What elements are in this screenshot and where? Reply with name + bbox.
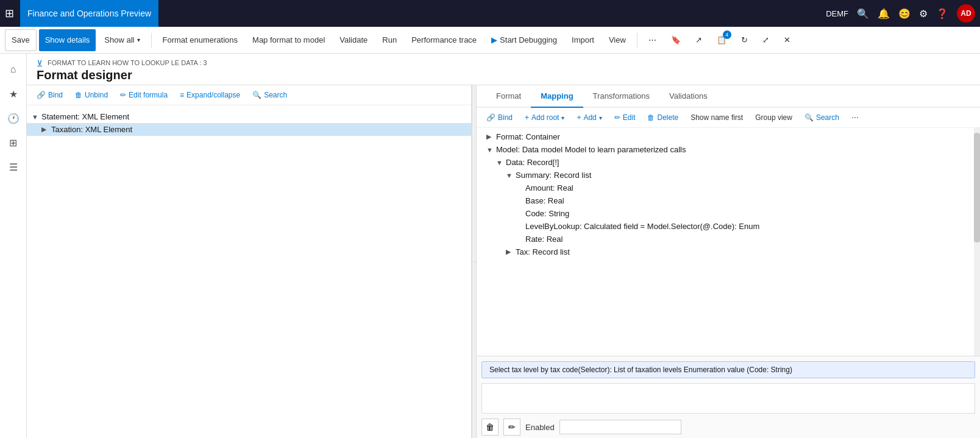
nav-star-icon[interactable]: ★ <box>2 83 24 105</box>
tab-format[interactable]: Format <box>486 85 531 108</box>
edit-button[interactable]: ✏ Edit <box>609 111 641 124</box>
breadcrumb: FORMAT TO LEARN HOW TO LOOKUP LE DATA : … <box>48 59 207 66</box>
formula-edit-area[interactable] <box>481 383 975 414</box>
scrollbar[interactable] <box>974 128 980 356</box>
mapping-item-code[interactable]: Code: String <box>477 207 980 220</box>
mapping-item-summary[interactable]: ▼ Summary: Record list <box>477 169 980 182</box>
avatar[interactable]: AD <box>957 4 975 23</box>
run-button[interactable]: Run <box>376 29 403 51</box>
separator-1 <box>151 33 152 48</box>
scrollbar-thumb[interactable] <box>974 133 980 242</box>
mapping-more-button[interactable]: ⋯ <box>847 111 864 124</box>
tree-item-statement[interactable]: ▼ Statement: XML Element <box>27 110 471 123</box>
right-panel: Format Mapping Transformations Validatio… <box>477 85 980 438</box>
tree-item-taxation[interactable]: ▶ Taxation: XML Element <box>27 123 471 136</box>
tenant-label: DEMF <box>826 9 848 18</box>
page-title: Format designer <box>37 68 970 82</box>
mapping-item-data[interactable]: ▼ Data: Record[!] <box>477 156 980 169</box>
bell-icon[interactable]: 🔔 <box>878 8 890 19</box>
add-root-button[interactable]: + Add root ▾ <box>520 111 569 124</box>
save-button[interactable]: Save <box>5 29 37 51</box>
import-button[interactable]: Import <box>566 29 600 51</box>
main-content: ⊻ FORMAT TO LEARN HOW TO LOOKUP LE DATA … <box>27 54 980 438</box>
tab-mapping[interactable]: Mapping <box>531 85 583 108</box>
chevron-down-icon: ▼ <box>506 172 516 179</box>
mapping-toolbar: 🔗 Bind + Add root ▾ + Add ▾ ✏ <box>477 108 980 128</box>
separator-2 <box>637 33 637 48</box>
page-layout: ⌂ ★ 🕐 ⊞ ☰ ⊻ FORMAT TO LEARN HOW TO LOOKU… <box>0 54 980 438</box>
gear-icon[interactable]: ⚙ <box>919 8 928 19</box>
selected-formula: Select tax level by tax code(Selector): … <box>481 361 975 378</box>
mapping-bind-button[interactable]: 🔗 Bind <box>481 111 517 124</box>
tab-transformations[interactable]: Transformations <box>583 85 659 108</box>
main-toolbar: Save Show details Show all ▾ Format enum… <box>0 27 980 54</box>
mapping-item-format[interactable]: ▶ Format: Container <box>477 130 980 143</box>
tabs-row: Format Mapping Transformations Validatio… <box>477 85 980 108</box>
delete-button[interactable]: 🗑 Delete <box>642 111 683 124</box>
bookmark-button[interactable]: 🔖 <box>665 29 687 51</box>
badge-button[interactable]: 📋 4 <box>711 29 733 51</box>
enabled-label: Enabled <box>525 423 555 432</box>
debug-button[interactable]: ▶ Start Debugging <box>485 29 563 51</box>
chevron-down-icon: ▼ <box>496 159 506 166</box>
mapping-item-amount[interactable]: Amount: Real <box>477 182 980 194</box>
mapping-item-rate[interactable]: Rate: Real <box>477 233 980 245</box>
nav-home-icon[interactable]: ⌂ <box>2 58 24 80</box>
show-all-button[interactable]: Show all ▾ <box>98 29 146 51</box>
edit-formula-button[interactable]: ✏ Edit formula <box>115 89 172 101</box>
apps-icon[interactable]: ⊞ <box>5 7 14 20</box>
view-button[interactable]: View <box>603 29 632 51</box>
link-icon: 🔗 <box>37 91 46 99</box>
face-icon[interactable]: 😊 <box>898 8 911 19</box>
expand-collapse-button[interactable]: ≡ Expand/collapse <box>175 89 245 101</box>
map-format-button[interactable]: Map format to model <box>246 29 331 51</box>
performance-button[interactable]: Performance trace <box>405 29 483 51</box>
top-right-icons: DEMF 🔍 🔔 😊 ⚙ ❓ AD <box>826 4 975 23</box>
close-button[interactable]: ✕ <box>778 29 797 51</box>
plus-icon: + <box>577 113 581 122</box>
format-tree: ▼ Statement: XML Element ▶ Taxation: XML… <box>27 105 471 438</box>
enabled-input[interactable] <box>559 420 681 434</box>
format-enum-button[interactable]: Format enumerations <box>157 29 244 51</box>
show-name-first-button[interactable]: Show name first <box>686 111 748 124</box>
refresh-button[interactable]: ↻ <box>735 29 754 51</box>
mapping-item-tax[interactable]: ▶ Tax: Record list <box>477 245 980 258</box>
mapping-search-button[interactable]: 🔍 Search <box>800 111 844 124</box>
left-search-button[interactable]: 🔍 Search <box>247 89 292 101</box>
search-icon[interactable]: 🔍 <box>857 8 869 19</box>
bottom-section: Select tax level by tax code(Selector): … <box>477 356 980 438</box>
chevron-right-icon: ▶ <box>486 133 496 141</box>
tree-item-label: Statement: XML Element <box>41 112 129 121</box>
unbind-button[interactable]: 🗑 Unbind <box>70 89 113 101</box>
search-icon: 🔍 <box>804 113 814 122</box>
nav-recent-icon[interactable]: 🕐 <box>2 107 24 129</box>
mapping-tree: ▶ Format: Container ▼ Model: Data model … <box>477 128 980 356</box>
chevron-right-icon: ▶ <box>506 248 516 256</box>
mapping-item-model[interactable]: ▼ Model: Data model Model to learn param… <box>477 143 980 156</box>
delete-condition-button[interactable]: 🗑 <box>481 419 499 436</box>
add-button[interactable]: + Add ▾ <box>572 111 606 124</box>
tree-item-label: Taxation: XML Element <box>51 125 132 134</box>
validate-button[interactable]: Validate <box>333 29 374 51</box>
open-button[interactable]: ↗ <box>689 29 708 51</box>
bind-button[interactable]: 🔗 Bind <box>32 89 68 101</box>
group-view-button[interactable]: Group view <box>750 111 797 124</box>
panel-divider[interactable]: ⋮ <box>472 85 477 438</box>
nav-list-icon[interactable]: ☰ <box>2 156 24 178</box>
left-panel-toolbar: 🔗 Bind 🗑 Unbind ✏ Edit formula ≡ Expand/… <box>27 85 471 105</box>
nav-workspaces-icon[interactable]: ⊞ <box>2 132 24 154</box>
mapping-item-levelbylookup[interactable]: LevelByLookup: Calculated field = Model.… <box>477 220 980 233</box>
show-details-button[interactable]: Show details <box>39 29 96 51</box>
help-icon[interactable]: ❓ <box>936 8 948 19</box>
tab-validations[interactable]: Validations <box>659 85 717 108</box>
link-icon: 🔗 <box>486 113 495 122</box>
edit-condition-button[interactable]: ✏ <box>503 419 520 436</box>
plus-icon: + <box>525 113 529 122</box>
expand-button[interactable]: ⤢ <box>756 29 775 51</box>
mapping-item-base[interactable]: Base: Real <box>477 194 980 207</box>
chevron-right-icon: ▶ <box>41 125 51 133</box>
more-button[interactable]: ⋯ <box>642 29 662 51</box>
chevron-down-icon: ▾ <box>561 115 564 121</box>
filter-icon[interactable]: ⊻ <box>37 58 43 68</box>
chevron-down-icon: ▾ <box>137 37 140 43</box>
